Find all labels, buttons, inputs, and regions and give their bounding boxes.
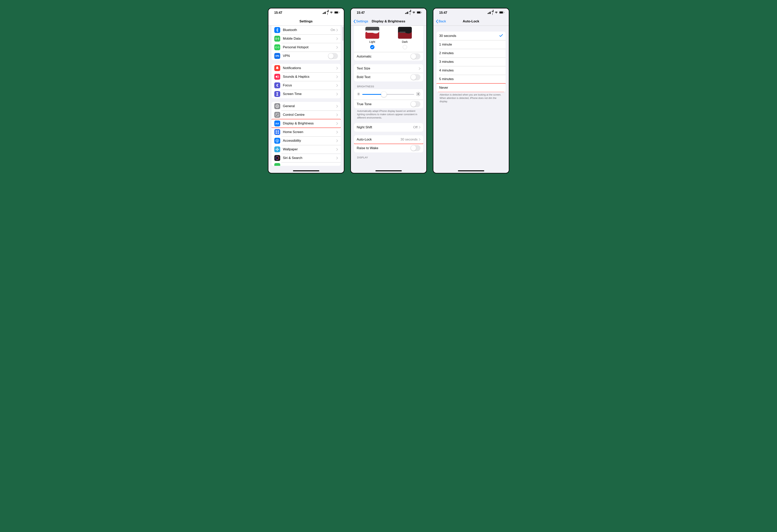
appearance-dark[interactable]: Dark	[398, 27, 412, 49]
row-bluetooth[interactable]: Bluetooth On	[271, 26, 341, 34]
option-label: 30 seconds	[439, 34, 500, 38]
svg-point-18	[275, 149, 277, 150]
option-4-minutes[interactable]: 4 minutes	[437, 66, 506, 75]
svg-point-17	[277, 150, 278, 151]
appearance-dark-label: Dark	[402, 40, 408, 43]
svg-point-19	[278, 149, 279, 150]
chevron-left-icon	[353, 19, 356, 23]
svg-rect-11	[276, 132, 277, 134]
option-1-minute[interactable]: 1 minute	[437, 40, 506, 49]
row-label: Bluetooth	[283, 28, 331, 32]
brightness-knob[interactable]	[381, 92, 386, 97]
wifi-icon	[412, 11, 416, 14]
chevron-right-icon	[336, 67, 338, 70]
page-title: Display & Brightness	[372, 19, 405, 23]
scrollbar-indicator	[343, 27, 343, 41]
row-auto-lock[interactable]: Auto-Lock 30 seconds	[354, 135, 423, 144]
appearance-light[interactable]: Light	[365, 27, 379, 49]
appearance-light-label: Light	[369, 40, 375, 43]
row-accessibility[interactable]: Accessibility	[271, 136, 341, 145]
svg-point-3	[277, 38, 278, 39]
svg-rect-12	[278, 132, 279, 134]
row-home-screen[interactable]: Home Screen	[271, 128, 341, 136]
row-label: Mobile Data	[283, 37, 336, 41]
row-detail: 30 seconds	[401, 138, 418, 141]
row-automatic[interactable]: Automatic	[354, 52, 423, 60]
row-night-shift[interactable]: Night Shift Off	[354, 123, 423, 132]
row-true-tone[interactable]: True Tone	[354, 100, 423, 108]
option-3-minutes[interactable]: 3 minutes	[437, 57, 506, 66]
option-2-minutes[interactable]: 2 minutes	[437, 49, 506, 57]
autolock-content[interactable]: 30 seconds1 minute2 minutes3 minutes4 mi…	[433, 26, 509, 173]
svg-point-8	[278, 115, 278, 116]
row-wallpaper[interactable]: Wallpaper	[271, 145, 341, 154]
chevron-right-icon	[419, 126, 420, 129]
row-bold-text[interactable]: Bold Text	[354, 73, 423, 82]
vpn-icon: VPN	[274, 53, 280, 59]
accessibility-icon	[274, 138, 280, 144]
display-header: Display	[351, 152, 426, 160]
antenna-icon	[274, 36, 280, 41]
row-text-size[interactable]: Text Size	[354, 64, 423, 73]
group-connectivity: Bluetooth On Mobile Data Personal Hotspo…	[271, 26, 341, 60]
back-button[interactable]: Settings	[352, 17, 368, 26]
autolock-footer: Attention is detected when you are looki…	[433, 92, 509, 103]
phone-auto-lock: 15:47 ! Back Auto-Lock 30 seconds1 minut…	[433, 8, 509, 173]
brightness-header: Brightness	[351, 82, 426, 89]
page-title: Auto-Lock	[463, 19, 479, 23]
row-label: Sounds & Haptics	[283, 75, 336, 79]
hourglass-icon	[274, 91, 280, 97]
row-control-centre[interactable]: Control Centre	[271, 111, 341, 119]
status-right: !	[323, 10, 339, 16]
svg-point-15	[277, 149, 278, 150]
back-button[interactable]: Back	[435, 17, 446, 26]
row-display-brightness[interactable]: AA Display & Brightness	[271, 119, 341, 128]
flower-icon	[274, 146, 280, 152]
svg-rect-9	[276, 131, 277, 132]
wifi-icon	[494, 11, 498, 14]
bold-text-toggle[interactable]	[410, 74, 420, 80]
row-sounds[interactable]: Sounds & Haptics	[271, 73, 341, 81]
phone-display-brightness: 15:47 ! Settings Display & Brightness Li…	[350, 8, 427, 173]
home-indicator[interactable]	[375, 170, 402, 171]
row-screen-time[interactable]: Screen Time	[271, 90, 341, 98]
automatic-toggle[interactable]	[410, 53, 420, 59]
group-text: Text Size Bold Text	[354, 64, 423, 82]
row-siri[interactable]: Siri & Search	[271, 154, 341, 162]
svg-rect-32	[500, 12, 503, 13]
row-focus[interactable]: Focus	[271, 81, 341, 90]
row-label: VPN	[283, 54, 328, 58]
chevron-right-icon	[336, 29, 338, 31]
light-thumbnail	[365, 27, 379, 39]
vpn-toggle[interactable]	[328, 53, 338, 59]
svg-rect-2	[339, 12, 339, 13]
row-mobile-data[interactable]: Mobile Data	[271, 34, 341, 43]
wifi-icon	[330, 11, 333, 14]
home-indicator[interactable]	[458, 170, 484, 171]
option-never[interactable]: Never	[437, 84, 506, 92]
row-personal-hotspot[interactable]: Personal Hotspot	[271, 43, 341, 51]
row-notifications[interactable]: Notifications	[271, 64, 341, 73]
row-raise-to-wake[interactable]: Raise to Wake	[354, 144, 423, 152]
sun-min-icon	[357, 92, 360, 97]
brightness-slider[interactable]	[362, 94, 414, 95]
option-label: 1 minute	[439, 42, 503, 46]
page-title: Settings	[300, 19, 313, 23]
row-partial[interactable]	[271, 162, 341, 166]
true-tone-toggle[interactable]	[410, 101, 420, 107]
row-label: Screen Time	[283, 92, 336, 96]
group-autolock-options: 30 seconds1 minute2 minutes3 minutes4 mi…	[437, 32, 506, 92]
home-indicator[interactable]	[293, 170, 319, 171]
option-30-seconds[interactable]: 30 seconds	[437, 32, 506, 40]
row-vpn[interactable]: VPN VPN	[271, 51, 341, 60]
option-5-minutes[interactable]: 5 minutes	[437, 75, 506, 84]
row-general[interactable]: General	[271, 102, 341, 111]
row-detail: Off	[413, 125, 418, 129]
raise-to-wake-toggle[interactable]	[410, 145, 420, 151]
svg-rect-26	[367, 32, 373, 33]
settings-content[interactable]: Bluetooth On Mobile Data Personal Hotspo…	[268, 26, 344, 173]
display-content[interactable]: Light Dark Automatic Text Size	[351, 26, 426, 173]
group-brightness: True Tone	[354, 89, 423, 108]
status-right: !	[487, 10, 505, 16]
svg-point-7	[276, 114, 277, 115]
